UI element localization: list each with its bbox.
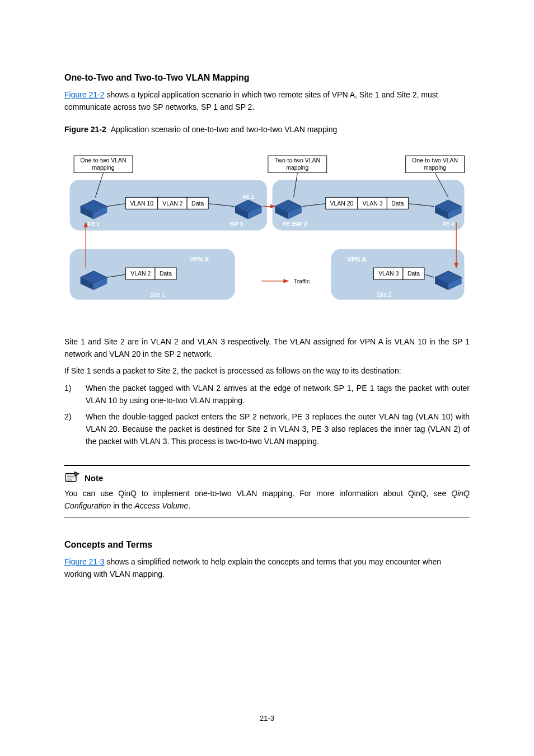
note-block: Note You can use QinQ to implement one-t… [64,465,470,517]
svg-text:mapping: mapping [424,165,446,171]
intro-paragraph: Figure 21-2 shows a typical application … [64,88,470,114]
concepts-rest: shows a simplified network to help expla… [64,557,441,578]
note-body-mid: in the [111,501,134,510]
section-header-concepts: Concepts and Terms [64,540,470,550]
note-icon [64,470,80,483]
page: One-to-Two and Two-to-Two VLAN Mapping F… [0,0,534,756]
note-title: Note [85,473,103,483]
vpna1-label: VPN A [190,255,209,262]
figure-title: Application scenario of one-to-two and t… [111,125,338,134]
note-rule-top [64,465,470,466]
note-rule-bottom [64,517,470,517]
svg-text:VLAN 20: VLAN 20 [330,200,353,206]
figure-21-3-link[interactable]: Figure 21-3 [64,557,105,566]
vpna2-label: VPN A [347,255,366,262]
svg-text:PE 2: PE 2 [242,194,254,200]
sp2-label: SP 2 [294,221,308,227]
packet-vlan2: VLAN 2 Data [126,268,176,279]
svg-text:Two-to-two VLAN: Two-to-two VLAN [275,157,320,164]
figure-21-2-link[interactable]: Figure 21-2 [64,90,105,99]
svg-text:mapping: mapping [92,165,114,171]
list-item-2: When the double-tagged packet enters the… [64,410,470,448]
svg-text:VLAN 2: VLAN 2 [162,200,182,206]
svg-text:PE 4: PE 4 [443,221,455,227]
svg-rect-67 [65,473,76,481]
paragraph-sites-vlans: Site 1 and Site 2 are in VLAN 2 and VLAN… [64,335,470,361]
vlan-mapping-diagram: SP 1 SP 2 VPN A VPN A One-to-two VLAN ma… [64,145,470,316]
svg-text:PE 1: PE 1 [88,221,100,227]
packet-vlan10-vlan2: VLAN 10 VLAN 2 Data [126,197,209,209]
figure-caption-row: Figure 21-2 Application scenario of one-… [64,125,470,134]
figure-label: Figure 21-2 [64,125,106,134]
intro-rest: shows a typical application scenario in … [64,90,438,111]
packet-vlan20-vlan3: VLAN 20 VLAN 3 Data [326,197,409,209]
svg-text:mapping: mapping [286,165,308,171]
svg-text:VLAN 10: VLAN 10 [130,200,153,206]
svg-text:Data: Data [391,200,404,206]
list-item-1: When the packet tagged with VLAN 2 arriv… [64,382,470,407]
svg-text:VLAN 2: VLAN 2 [130,270,151,277]
svg-text:Data: Data [160,270,172,277]
page-number: 21-3 [0,714,534,722]
svg-text:PE 3: PE 3 [283,221,294,227]
section-header-one-two: One-to-Two and Two-to-Two VLAN Mapping [64,73,470,83]
note-body-italic2: Access Volume [134,501,188,510]
concepts-paragraph: Figure 21-3 shows a simplified network t… [64,556,470,581]
note-head: Note [64,470,470,483]
sp1-label: SP 1 [229,221,243,227]
svg-text:VLAN 3: VLAN 3 [363,200,383,206]
packet-process-list: When the packet tagged with VLAN 2 arriv… [64,382,470,448]
packet-vlan3: VLAN 3 Data [374,268,424,279]
paragraph-packet-intro: If Site 1 sends a packet to Site 2, the … [64,365,470,377]
svg-text:Traffic: Traffic [294,278,310,284]
svg-text:Site 1: Site 1 [150,292,165,298]
svg-text:Site 2: Site 2 [377,292,392,298]
svg-text:Data: Data [407,270,420,277]
traffic-legend: Traffic [261,278,310,284]
note-body-post: . [188,501,190,510]
svg-text:Data: Data [191,200,204,206]
svg-text:One-to-two VLAN: One-to-two VLAN [81,157,127,164]
note-body-pre: You can use QinQ to implement one-to-two… [64,489,451,498]
note-body: You can use QinQ to implement one-to-two… [64,487,470,512]
svg-text:VLAN 3: VLAN 3 [378,270,399,277]
svg-text:One-to-two VLAN: One-to-two VLAN [412,157,458,164]
